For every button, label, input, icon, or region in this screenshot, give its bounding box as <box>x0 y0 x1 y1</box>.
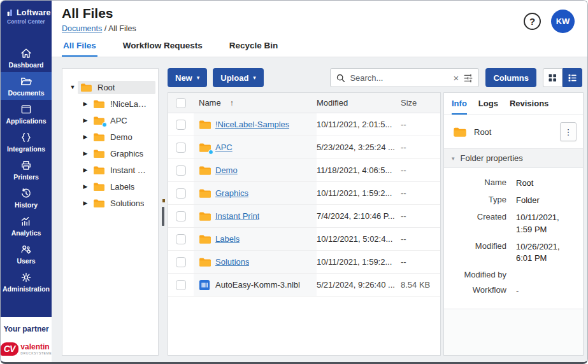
avatar[interactable]: KW <box>551 10 575 33</box>
tree-item-demo[interactable]: ▶ Demo <box>68 129 155 145</box>
folder-icon <box>199 165 212 176</box>
upload-button-label: Upload <box>220 73 248 83</box>
row-checkbox[interactable] <box>176 211 186 221</box>
tree-item-label: Demo <box>110 132 133 142</box>
folder-link[interactable]: Instant Print <box>215 211 259 221</box>
loftware-logo-icon <box>6 8 14 17</box>
sidebar-item-label: Integrations <box>7 145 45 153</box>
sidebar-item-administration[interactable]: Administration <box>1 268 52 296</box>
table-row: !NiceLabel-Samples 10/11/2021, 2:01:5...… <box>168 113 440 136</box>
row-checkbox[interactable] <box>176 165 186 176</box>
tree-item-root[interactable]: ▼ Root <box>68 79 155 95</box>
chevron-right-icon[interactable]: ▶ <box>80 183 90 190</box>
sidebar-item-integrations[interactable]: Integrations <box>1 128 52 156</box>
help-icon[interactable]: ? <box>524 13 541 30</box>
column-header-size[interactable]: Size <box>401 98 440 108</box>
column-header-modified[interactable]: Modified <box>317 98 401 108</box>
folder-link[interactable]: APC <box>215 143 233 152</box>
size-cell: 8.54 KB <box>401 274 440 296</box>
tree-item-instant-print[interactable]: ▶ Instant Print <box>68 162 155 178</box>
tab-logs[interactable]: Logs <box>478 93 498 115</box>
sidebar-item-label: History <box>15 201 38 209</box>
tab-workflow-requests[interactable]: Workflow Requests <box>122 36 204 57</box>
kebab-menu-icon[interactable]: ⋮ <box>560 122 577 141</box>
folder-icon <box>93 182 105 192</box>
row-checkbox[interactable] <box>176 234 186 244</box>
row-checkbox[interactable] <box>176 120 186 130</box>
row-checkbox[interactable] <box>176 188 186 199</box>
chevron-right-icon[interactable]: ▶ <box>80 101 90 107</box>
property-label: Workflow <box>448 285 506 297</box>
upload-button[interactable]: Upload ▾ <box>213 68 264 87</box>
tab-info[interactable]: Info <box>452 93 467 115</box>
chevron-right-icon[interactable]: ▶ <box>80 167 90 173</box>
folder-link[interactable]: Solutions <box>215 257 249 267</box>
tree-item-apc[interactable]: ▶ APC <box>68 112 155 129</box>
row-checkbox[interactable] <box>176 257 186 267</box>
table-row: APC 5/23/2024, 3:25:24 ... -- <box>168 136 440 159</box>
folder-properties-section-header[interactable]: ▾ Folder properties <box>444 148 583 168</box>
tree-item-graphics[interactable]: ▶ Graphics <box>68 145 155 162</box>
tree-item-solutions[interactable]: ▶ Solutions <box>68 195 155 211</box>
chevron-down-icon[interactable]: ▼ <box>68 84 78 90</box>
breadcrumb-current: All Files <box>108 24 136 33</box>
tree-item-nicelabel[interactable]: ▶ !NiceLabel-... <box>68 95 155 112</box>
new-button[interactable]: New ▾ <box>168 68 207 87</box>
tab-revisions[interactable]: Revisions <box>510 93 549 115</box>
chevron-right-icon[interactable]: ▶ <box>80 117 90 123</box>
folder-link[interactable]: Labels <box>215 234 240 244</box>
select-all-checkbox[interactable] <box>176 98 186 108</box>
tree-item-label: !NiceLabel-... <box>110 99 150 109</box>
chevron-right-icon[interactable]: ▶ <box>80 150 90 157</box>
tab-all-files[interactable]: All Files <box>62 36 97 57</box>
property-value: Folder <box>516 195 577 206</box>
folder-icon <box>93 99 105 109</box>
property-label: Created <box>448 212 506 235</box>
row-checkbox[interactable] <box>176 143 186 153</box>
modified-cell: 7/4/2024, 2:10:46 P... <box>317 205 401 227</box>
columns-button[interactable]: Columns <box>485 68 536 87</box>
folder-icon <box>80 83 92 92</box>
page-title: All Files <box>62 6 136 21</box>
property-value: 10/26/2021, 6:01 PM <box>516 241 577 264</box>
cv-logo-badge: CV <box>1 342 18 356</box>
file-name[interactable]: AutoEasy-Komm-3.nlbl <box>215 280 300 290</box>
new-button-label: New <box>175 73 192 83</box>
chevron-right-icon[interactable]: ▶ <box>80 200 90 206</box>
folder-icon <box>93 199 105 208</box>
valentin-subtitle: DRUCKSYSTEME <box>20 351 52 355</box>
list-view-button[interactable] <box>563 68 582 87</box>
tree-item-label: Labels <box>110 182 134 192</box>
property-row: Modified by <box>448 270 577 279</box>
folder-icon <box>93 165 105 175</box>
search-input[interactable] <box>350 73 448 83</box>
sidebar-item-users[interactable]: Users <box>1 240 52 268</box>
printer-icon <box>20 159 32 172</box>
sidebar-item-history[interactable]: History <box>1 184 52 212</box>
chevron-right-icon[interactable]: ▶ <box>80 134 90 140</box>
grid-view-icon <box>547 73 558 83</box>
panel-resize-handle[interactable] <box>161 68 165 356</box>
label-file-icon <box>199 279 210 291</box>
breadcrumb-documents-link[interactable]: Documents <box>62 24 102 33</box>
folder-link[interactable]: !NiceLabel-Samples <box>215 120 289 129</box>
grid-view-button[interactable] <box>543 68 563 87</box>
sidebar-item-dashboard[interactable]: Dashboard <box>1 44 52 72</box>
sidebar-item-applications[interactable]: Applications <box>1 100 52 128</box>
property-label: Type <box>448 195 506 206</box>
row-checkbox[interactable] <box>176 280 186 290</box>
folder-icon <box>93 149 105 158</box>
modified-cell: 5/21/2024, 9:26:40 ... <box>317 274 401 296</box>
clear-search-icon[interactable]: × <box>454 73 459 83</box>
sidebar-item-analytics[interactable]: Analytics <box>1 212 52 240</box>
filter-sliders-icon[interactable] <box>463 73 473 83</box>
folder-link[interactable]: Graphics <box>215 188 248 198</box>
sidebar-item-printers[interactable]: Printers <box>1 156 52 184</box>
sidebar-item-documents[interactable]: Documents <box>1 72 52 100</box>
column-header-name[interactable]: Name ↑ <box>194 98 317 108</box>
tree-item-labels[interactable]: ▶ Labels <box>68 178 155 195</box>
folder-link[interactable]: Demo <box>215 165 238 175</box>
tree-item-label: Solutions <box>110 199 144 208</box>
tab-recycle-bin[interactable]: Recycle Bin <box>228 36 280 57</box>
valentin-logo: CV valentin DRUCKSYSTEME <box>3 342 49 356</box>
